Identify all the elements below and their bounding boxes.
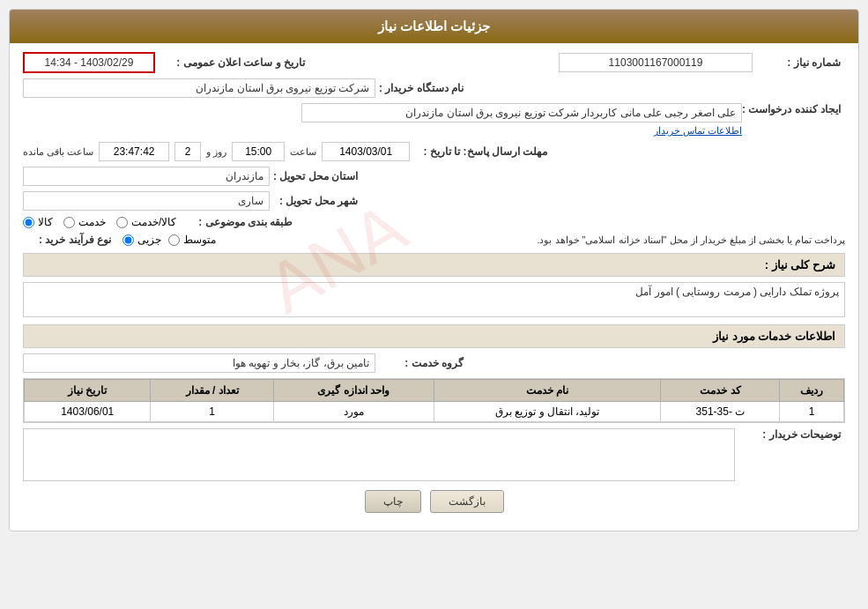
gorohKhedmat-label: گروه خدمت :: [375, 357, 464, 369]
tarikh-elan-value: 1403/02/29 - 14:34: [23, 52, 155, 73]
namDastgah-value: شرکت توزیع نیروی برق استان مازندران: [23, 78, 375, 98]
tarikh-elan-label: تاریخ و ساعت اعلان عمومی :: [155, 56, 305, 69]
sharhKoli-value: پروژه تملک دارایی ( مرمت روستایی ) امور …: [23, 282, 845, 317]
radio-kala-label: کالا: [38, 216, 53, 228]
saat-label: ساعت: [290, 146, 316, 158]
services-table-container: ردیف کد خدمت نام خدمت واحد اندازه گیری ت…: [23, 378, 845, 423]
radio-jozvi[interactable]: [122, 234, 134, 246]
ostan-value: مازندران: [23, 167, 270, 186]
namDastgah-label: نام دستگاه خریدار :: [375, 82, 464, 94]
sharhKoli-section-header: شرح کلی نیاز :: [23, 253, 845, 277]
col-tarikh: تاریخ نیاز: [25, 380, 151, 402]
radio-khedmat[interactable]: [63, 217, 75, 228]
page-title: جزئیات اطلاعات نیاز: [10, 10, 858, 43]
shahr-value: ساری: [23, 191, 270, 211]
shomareNiaz-value: 1103001167000119: [559, 53, 753, 72]
noeFarayand-label: نوع فرآیند خرید :: [23, 234, 111, 246]
sharhKoli-label: شرح کلی نیاز :: [765, 258, 835, 271]
col-radif: ردیف: [780, 380, 844, 402]
cell-vahed: مورد: [273, 402, 434, 422]
col-nam: نام خدمت: [434, 380, 661, 402]
radio-jozvi-label: جزیی: [137, 234, 161, 246]
shahr-label: شهر محل تحویل :: [270, 195, 358, 207]
print-button[interactable]: چاپ: [365, 490, 421, 513]
cell-radif: 1: [780, 402, 844, 422]
saat-field: 15:00: [232, 142, 285, 161]
radio-kala-khedmat-group[interactable]: کالا/خدمت: [116, 216, 176, 228]
tarikh-field: 1403/03/01: [322, 142, 410, 161]
radio-kala-khedmat[interactable]: [116, 217, 128, 228]
radio-motevaset-label: متوسط: [183, 234, 216, 246]
rooz-field: 2: [174, 142, 201, 161]
cell-kodKhedmat: ت -35-351: [661, 402, 780, 422]
radio-motevaset-group[interactable]: متوسط: [168, 234, 216, 246]
ijadKonande-value: علی اصغر رجبی علی مانی کاربردار شرکت توز…: [301, 103, 742, 123]
radio-khedmat-label: خدمت: [78, 216, 106, 228]
table-row: 1ت -35-351تولید، انتقال و توزیع برقمورد1…: [25, 402, 844, 422]
radio-kala-group[interactable]: کالا: [23, 216, 53, 228]
col-kod: کد خدمت: [661, 380, 780, 402]
cell-tarikh: 1403/06/01: [25, 402, 151, 422]
purchase-note: پرداخت تمام یا بخشی از مبلغ خریدار از مح…: [223, 234, 845, 246]
baghimande-label: ساعت باقی مانده: [23, 146, 93, 158]
radio-kala-khedmat-label: کالا/خدمت: [131, 216, 176, 228]
khadamat-header-text: اطلاعات خدمات مورد نیاز: [713, 330, 835, 343]
back-button[interactable]: بازگشت: [430, 490, 504, 513]
tabagheBandi-label: طبقه بندی موضوعی :: [187, 216, 293, 228]
khadamat-section-header: اطلاعات خدمات مورد نیاز: [23, 324, 845, 348]
ostan-label: استان محل تحویل :: [270, 170, 358, 182]
services-table: ردیف کد خدمت نام خدمت واحد اندازه گیری ت…: [24, 379, 844, 422]
mohlat-label: مهلت ارسال پاسخ: تا تاریخ :: [415, 145, 547, 158]
col-vahed: واحد اندازه گیری: [273, 380, 434, 402]
button-row: بازگشت چاپ: [23, 490, 845, 513]
cell-tedad: 1: [151, 402, 273, 422]
ettelaat-link[interactable]: اطلاعات تماس خریدار: [23, 125, 742, 137]
col-tedad: تعداد / مقدار: [151, 380, 273, 402]
shomareNiaz-label: شماره نیاز :: [753, 56, 841, 69]
radio-jozvi-group[interactable]: جزیی: [122, 234, 161, 246]
tozihat-value: [23, 428, 735, 481]
cell-namKhedmat: تولید، انتقال و توزیع برق: [434, 402, 661, 422]
radio-kala[interactable]: [23, 217, 34, 228]
radio-khedmat-group[interactable]: خدمت: [63, 216, 106, 228]
gorohKhedmat-value: تامین برق، گاز، بخار و تهویه هوا: [23, 353, 375, 373]
baghimande-field: 23:47:42: [99, 142, 169, 161]
rooz-label: روز و: [206, 146, 226, 158]
ijadKonande-label: ایجاد کننده درخواست :: [742, 103, 841, 115]
radio-motevaset[interactable]: [168, 234, 180, 246]
tozihat-label: توضیحات خریدار :: [735, 428, 841, 441]
